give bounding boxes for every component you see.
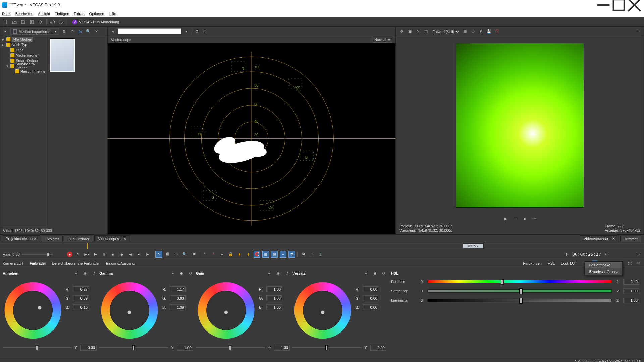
wheel-b-input[interactable] — [73, 304, 89, 310]
stop-button[interactable]: ■ — [109, 251, 116, 258]
tree-nach-typ[interactable]: ▸Nach Typ — [1, 42, 46, 47]
wheel-y-slider[interactable] — [292, 347, 362, 348]
record-button[interactable]: ● — [67, 252, 72, 257]
preview-stop-button[interactable]: ■ — [522, 216, 528, 222]
save-icon[interactable] — [20, 19, 26, 25]
tab-pin-icon[interactable]: □ — [120, 237, 122, 241]
prev-frame-button[interactable]: ◂| — [136, 251, 142, 258]
hsl-sat-slider[interactable] — [427, 289, 612, 293]
preview-save-frame-icon[interactable]: 💾 — [486, 28, 492, 35]
import-media-button[interactable]: Medien importieren... ▾ — [10, 28, 59, 35]
wheel-target-icon[interactable]: ⊕ — [372, 270, 378, 276]
grade-close-icon[interactable]: ✕ — [635, 260, 641, 266]
wheel-target-icon[interactable]: ⊕ — [82, 270, 88, 276]
color-wheel[interactable] — [196, 277, 256, 344]
fx-icon[interactable]: fx — [77, 28, 83, 35]
hsl-lum-input[interactable] — [623, 298, 639, 303]
selection-tool[interactable]: ▭ — [173, 251, 179, 258]
open-icon[interactable] — [11, 19, 17, 25]
wheel-sliders-icon[interactable]: ≡ — [73, 270, 79, 276]
tab-videoscopes[interactable]: Videoscopes □ ✕ — [94, 235, 130, 242]
tab-hsl[interactable]: HSL — [548, 261, 555, 265]
close-button[interactable] — [627, 0, 642, 10]
hub-status[interactable]: V VEGAS Hub Abmeldung — [72, 20, 119, 24]
wheel-r-input[interactable] — [170, 286, 186, 292]
marker-flag1[interactable]: ◗ — [236, 251, 243, 258]
scope-refresh-icon[interactable]: ◌ — [202, 28, 208, 35]
menu-extras[interactable]: Extras — [74, 12, 84, 16]
media-thumbnails[interactable] — [47, 36, 107, 227]
menu-einfuegen[interactable]: Einfügen — [55, 12, 69, 16]
tab-bereichs-farbraeder[interactable]: Bereichsbegrenzte Farbräder — [52, 261, 100, 265]
tree-haupt-timeline[interactable]: Haupt-Timeline — [1, 69, 46, 74]
scope-search-input[interactable] — [118, 28, 181, 34]
menu-hilfe[interactable]: Hilfe — [109, 12, 116, 16]
wheel-reset-icon[interactable]: ↺ — [91, 270, 97, 276]
timecode-flag-icon[interactable]: ◗ — [564, 251, 570, 257]
play-start-button[interactable]: ⏮▶ — [83, 251, 90, 258]
wheel-b-input[interactable] — [266, 304, 282, 310]
quantize-button[interactable]: ▥ — [262, 251, 269, 258]
trim-start-button[interactable]: ⸢ — [201, 251, 208, 258]
preview-split-icon[interactable]: ◫ — [423, 28, 429, 35]
grade-maximize-icon[interactable]: ⛶ — [627, 260, 633, 266]
envelope-tool[interactable]: ⊞ — [164, 251, 171, 258]
color-wheel[interactable] — [292, 277, 353, 344]
timecode-dropdown-icon[interactable]: ▭ — [604, 251, 610, 257]
redo-icon[interactable] — [58, 19, 64, 25]
properties-icon[interactable] — [38, 19, 44, 25]
timeline-clip[interactable]: 0:18:27 — [463, 243, 484, 248]
tab-farbraeder[interactable]: Farbräder — [30, 261, 46, 265]
preview-more-button[interactable]: ⋯ — [531, 216, 537, 222]
autosnap-button[interactable]: ▤ — [271, 251, 278, 258]
autofade-button[interactable]: ⟋ — [308, 251, 315, 258]
wheel-reset-icon[interactable]: ↺ — [284, 270, 290, 276]
media-thumbnail[interactable] — [50, 39, 75, 72]
wheel-y-input[interactable] — [370, 345, 386, 351]
wheel-b-input[interactable] — [170, 304, 186, 310]
crossfade-button[interactable]: ⋈ — [300, 251, 306, 258]
loop-button[interactable]: ↻ — [74, 251, 81, 258]
scope-dropdown-icon[interactable]: ▾ — [183, 28, 190, 35]
tab-hub-explorer[interactable]: Hub Explorer — [64, 236, 93, 242]
go-start-button[interactable]: ⏮ — [118, 251, 125, 258]
timeline-cursor[interactable] — [87, 243, 88, 249]
scope-mode-select[interactable]: Normal — [373, 37, 392, 43]
wheel-g-input[interactable] — [266, 295, 282, 301]
minimize-button[interactable] — [596, 0, 611, 10]
wheel-y-slider[interactable] — [99, 347, 168, 348]
delete-tool[interactable]: ✕ — [190, 251, 197, 258]
hsl-lum-slider[interactable] — [427, 299, 612, 302]
wheel-y-slider[interactable] — [3, 347, 72, 348]
menu-ansicht[interactable]: Ansicht — [38, 12, 50, 16]
wheel-reset-icon[interactable]: ↺ — [380, 270, 386, 276]
close-panel-icon[interactable]: ✕ — [93, 28, 99, 35]
tab-farbkurven[interactable]: Farbkurven — [523, 261, 542, 265]
scope-nav-left-icon[interactable]: ◂ — [110, 28, 116, 35]
zoom-tool[interactable]: 🔍 — [181, 251, 188, 258]
preview-overlay-icon[interactable]: ◇ — [470, 28, 476, 35]
snap-button[interactable]: 🧲 — [254, 251, 260, 258]
wheel-y-slider[interactable] — [196, 347, 265, 348]
capture-icon[interactable]: ⧉ — [61, 28, 67, 35]
tab-look-lut[interactable]: Look LUT — [561, 261, 577, 265]
scope-settings-icon[interactable]: ⚙ — [194, 28, 200, 35]
ripple-all-button[interactable]: ⇄ — [288, 251, 295, 258]
hsl-hue-input[interactable] — [623, 279, 639, 285]
wheel-g-input[interactable] — [73, 295, 89, 301]
preview-settings-icon[interactable]: ⚙ — [399, 28, 405, 35]
wheel-sliders-icon[interactable]: ≡ — [170, 270, 176, 276]
menu-optionen[interactable]: Optionen — [89, 12, 104, 16]
preview-pause-button[interactable]: ⏸ — [512, 216, 518, 222]
tab-close-icon[interactable]: ✕ — [612, 237, 615, 241]
wheel-r-input[interactable] — [73, 286, 89, 292]
marker-flag2[interactable]: ◖ — [245, 251, 252, 258]
preview-grid-icon[interactable]: ▦ — [462, 28, 468, 35]
wheel-g-input[interactable] — [363, 295, 379, 301]
undo-icon[interactable] — [49, 19, 55, 25]
tab-explorer[interactable]: Explorer — [42, 236, 63, 242]
preview-v-icon[interactable]: ⓥ — [494, 28, 500, 35]
wheel-y-input[interactable] — [80, 345, 97, 351]
go-end-button[interactable]: ⏭ — [127, 251, 133, 258]
replace-icon[interactable]: ↺ — [69, 28, 75, 35]
